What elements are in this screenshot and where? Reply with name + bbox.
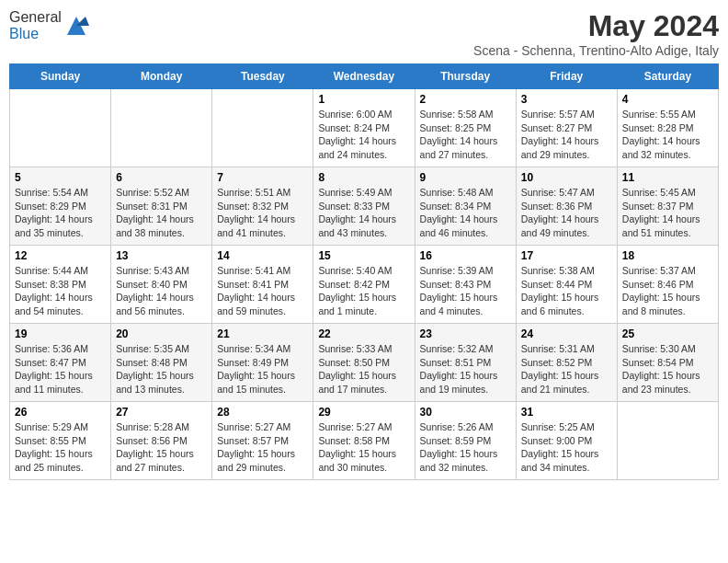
day-number: 26 [15, 406, 106, 419]
day-number: 1 [318, 93, 409, 106]
day-info: Sunrise: 5:40 AM Sunset: 8:42 PM Dayligh… [318, 264, 409, 318]
day-number: 18 [622, 249, 713, 262]
calendar-cell: 1Sunrise: 6:00 AM Sunset: 8:24 PM Daylig… [313, 89, 415, 167]
calendar-cell: 15Sunrise: 5:40 AM Sunset: 8:42 PM Dayli… [313, 246, 415, 324]
calendar-cell: 14Sunrise: 5:41 AM Sunset: 8:41 PM Dayli… [212, 246, 313, 324]
day-info: Sunrise: 5:44 AM Sunset: 8:38 PM Dayligh… [15, 264, 106, 318]
day-info: Sunrise: 5:28 AM Sunset: 8:56 PM Dayligh… [116, 420, 207, 475]
header-day-tuesday: Tuesday [212, 64, 313, 89]
day-number: 28 [217, 406, 308, 419]
day-info: Sunrise: 5:57 AM Sunset: 8:27 PM Dayligh… [521, 108, 612, 162]
calendar-table: SundayMondayTuesdayWednesdayThursdayFrid… [9, 63, 719, 480]
day-info: Sunrise: 5:30 AM Sunset: 8:54 PM Dayligh… [622, 342, 713, 396]
day-info: Sunrise: 5:38 AM Sunset: 8:44 PM Dayligh… [521, 264, 612, 318]
calendar-cell: 28Sunrise: 5:27 AM Sunset: 8:57 PM Dayli… [212, 402, 313, 480]
day-info: Sunrise: 5:32 AM Sunset: 8:51 PM Dayligh… [420, 342, 511, 396]
calendar-cell: 25Sunrise: 5:30 AM Sunset: 8:54 PM Dayli… [617, 324, 718, 402]
calendar-cell: 11Sunrise: 5:45 AM Sunset: 8:37 PM Dayli… [617, 167, 718, 246]
day-number: 2 [420, 93, 511, 106]
calendar-week-4: 19Sunrise: 5:36 AM Sunset: 8:47 PM Dayli… [10, 324, 719, 402]
day-number: 22 [318, 327, 409, 340]
calendar-cell: 10Sunrise: 5:47 AM Sunset: 8:36 PM Dayli… [516, 167, 617, 246]
day-info: Sunrise: 5:43 AM Sunset: 8:40 PM Dayligh… [116, 264, 207, 318]
day-number: 7 [217, 171, 308, 184]
day-info: Sunrise: 5:51 AM Sunset: 8:32 PM Dayligh… [217, 186, 308, 240]
calendar-week-1: 1Sunrise: 6:00 AM Sunset: 8:24 PM Daylig… [10, 89, 719, 167]
day-number: 21 [217, 327, 308, 340]
location-title: Scena - Schenna, Trentino-Alto Adige, It… [473, 43, 719, 58]
calendar-body: 1Sunrise: 6:00 AM Sunset: 8:24 PM Daylig… [10, 89, 719, 480]
day-info: Sunrise: 5:45 AM Sunset: 8:37 PM Dayligh… [622, 186, 713, 240]
header-day-monday: Monday [111, 64, 212, 89]
calendar-cell: 27Sunrise: 5:28 AM Sunset: 8:56 PM Dayli… [111, 402, 212, 480]
calendar-cell: 18Sunrise: 5:37 AM Sunset: 8:46 PM Dayli… [617, 246, 718, 324]
day-info: Sunrise: 5:47 AM Sunset: 8:36 PM Dayligh… [521, 186, 612, 240]
day-number: 17 [521, 249, 612, 262]
day-info: Sunrise: 5:49 AM Sunset: 8:33 PM Dayligh… [318, 186, 409, 240]
calendar-cell: 20Sunrise: 5:35 AM Sunset: 8:48 PM Dayli… [111, 324, 212, 402]
day-number: 11 [622, 171, 713, 184]
calendar-cell: 6Sunrise: 5:52 AM Sunset: 8:31 PM Daylig… [111, 167, 212, 246]
day-number: 25 [622, 327, 713, 340]
day-info: Sunrise: 5:26 AM Sunset: 8:59 PM Dayligh… [420, 420, 511, 475]
calendar-cell: 3Sunrise: 5:57 AM Sunset: 8:27 PM Daylig… [516, 89, 617, 167]
calendar-cell: 8Sunrise: 5:49 AM Sunset: 8:33 PM Daylig… [313, 167, 415, 246]
header-day-thursday: Thursday [415, 64, 516, 89]
calendar-cell: 13Sunrise: 5:43 AM Sunset: 8:40 PM Dayli… [111, 246, 212, 324]
calendar-cell: 9Sunrise: 5:48 AM Sunset: 8:34 PM Daylig… [415, 167, 516, 246]
calendar-cell [10, 89, 111, 167]
day-number: 4 [622, 93, 713, 106]
header-day-saturday: Saturday [617, 64, 718, 89]
logo: General Blue [9, 9, 89, 42]
day-number: 14 [217, 249, 308, 262]
calendar-cell: 23Sunrise: 5:32 AM Sunset: 8:51 PM Dayli… [415, 324, 516, 402]
day-number: 20 [116, 327, 207, 340]
calendar-cell [212, 89, 313, 167]
calendar-cell: 17Sunrise: 5:38 AM Sunset: 8:44 PM Dayli… [516, 246, 617, 324]
calendar-week-2: 5Sunrise: 5:54 AM Sunset: 8:29 PM Daylig… [10, 167, 719, 246]
day-number: 29 [318, 406, 409, 419]
day-info: Sunrise: 5:27 AM Sunset: 8:57 PM Dayligh… [217, 420, 308, 475]
day-number: 8 [318, 171, 409, 184]
day-number: 5 [15, 171, 106, 184]
day-number: 27 [116, 406, 207, 419]
day-info: Sunrise: 5:37 AM Sunset: 8:46 PM Dayligh… [622, 264, 713, 318]
calendar-cell: 12Sunrise: 5:44 AM Sunset: 8:38 PM Dayli… [10, 246, 111, 324]
day-info: Sunrise: 5:36 AM Sunset: 8:47 PM Dayligh… [15, 342, 106, 396]
day-number: 23 [420, 327, 511, 340]
day-number: 30 [420, 406, 511, 419]
day-info: Sunrise: 5:33 AM Sunset: 8:50 PM Dayligh… [318, 342, 409, 396]
day-number: 12 [15, 249, 106, 262]
day-info: Sunrise: 5:52 AM Sunset: 8:31 PM Dayligh… [116, 186, 207, 240]
day-info: Sunrise: 6:00 AM Sunset: 8:24 PM Dayligh… [318, 108, 409, 162]
day-number: 6 [116, 171, 207, 184]
day-number: 3 [521, 93, 612, 106]
day-info: Sunrise: 5:41 AM Sunset: 8:41 PM Dayligh… [217, 264, 308, 318]
calendar-cell: 24Sunrise: 5:31 AM Sunset: 8:52 PM Dayli… [516, 324, 617, 402]
day-info: Sunrise: 5:54 AM Sunset: 8:29 PM Dayligh… [15, 186, 106, 240]
calendar-week-5: 26Sunrise: 5:29 AM Sunset: 8:55 PM Dayli… [10, 402, 719, 480]
day-info: Sunrise: 5:55 AM Sunset: 8:28 PM Dayligh… [622, 108, 713, 162]
day-number: 16 [420, 249, 511, 262]
header-day-friday: Friday [516, 64, 617, 89]
day-number: 9 [420, 171, 511, 184]
logo-icon [63, 13, 89, 39]
day-info: Sunrise: 5:35 AM Sunset: 8:48 PM Dayligh… [116, 342, 207, 396]
day-number: 19 [15, 327, 106, 340]
calendar-cell [111, 89, 212, 167]
day-info: Sunrise: 5:29 AM Sunset: 8:55 PM Dayligh… [15, 420, 106, 475]
day-number: 13 [116, 249, 207, 262]
calendar-cell: 29Sunrise: 5:27 AM Sunset: 8:58 PM Dayli… [313, 402, 415, 480]
calendar-cell: 16Sunrise: 5:39 AM Sunset: 8:43 PM Dayli… [415, 246, 516, 324]
calendar-cell: 4Sunrise: 5:55 AM Sunset: 8:28 PM Daylig… [617, 89, 718, 167]
calendar-week-3: 12Sunrise: 5:44 AM Sunset: 8:38 PM Dayli… [10, 246, 719, 324]
page-header: General Blue May 2024 Scena - Schenna, T… [9, 9, 719, 58]
day-info: Sunrise: 5:39 AM Sunset: 8:43 PM Dayligh… [420, 264, 511, 318]
calendar-cell: 21Sunrise: 5:34 AM Sunset: 8:49 PM Dayli… [212, 324, 313, 402]
calendar-cell: 30Sunrise: 5:26 AM Sunset: 8:59 PM Dayli… [415, 402, 516, 480]
calendar-cell: 31Sunrise: 5:25 AM Sunset: 9:00 PM Dayli… [516, 402, 617, 480]
header-day-wednesday: Wednesday [313, 64, 415, 89]
month-title: May 2024 [473, 9, 719, 43]
calendar-cell: 5Sunrise: 5:54 AM Sunset: 8:29 PM Daylig… [10, 167, 111, 246]
calendar-header: SundayMondayTuesdayWednesdayThursdayFrid… [10, 64, 719, 89]
